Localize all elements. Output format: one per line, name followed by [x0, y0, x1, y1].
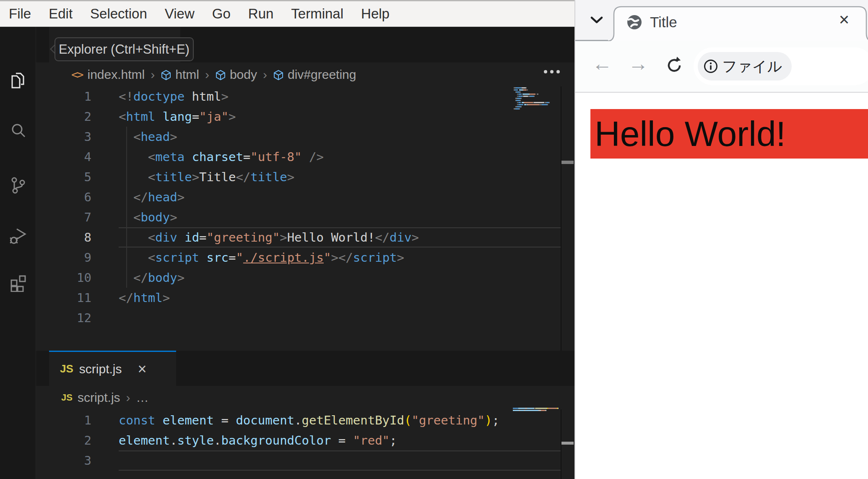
code-line[interactable]: 1<!doctype html> [36, 86, 561, 107]
browser-window: Title × ← → ファイル /home/u [574, 0, 868, 479]
code-line[interactable]: 4 <meta charset="utf-8" /> [36, 147, 561, 167]
code-text: element.style.backgroundColor = "red"; [119, 430, 397, 450]
forward-button[interactable]: → [628, 52, 648, 75]
minimap-line [515, 108, 519, 109]
code-line[interactable]: 8 <div id="greeting">Hello World!</div> [36, 227, 561, 247]
scrollbar-marker[interactable] [561, 442, 574, 445]
line-number: 12 [36, 308, 91, 328]
menu-run[interactable]: Run [239, 6, 283, 22]
close-icon[interactable]: × [834, 10, 854, 29]
minimap-line [513, 410, 519, 411]
breadcrumb-ellipsis[interactable]: … [136, 390, 149, 405]
line-number: 1 [36, 86, 91, 107]
page-banner: Hello World! [590, 109, 868, 159]
minimap-line [521, 98, 522, 99]
indent-guide [126, 127, 127, 288]
line-number: 3 [36, 450, 91, 471]
back-button[interactable]: ← [592, 52, 612, 75]
minimap[interactable] [513, 408, 560, 414]
minimap-line [547, 104, 548, 105]
minimap-line [529, 104, 538, 105]
code-line[interactable]: 11</html> [36, 288, 561, 308]
minimap-line [523, 96, 528, 97]
minimap-line [548, 408, 557, 409]
search-icon[interactable] [8, 121, 28, 141]
code-line[interactable]: 12 [36, 308, 561, 328]
minimap-line [535, 408, 547, 409]
menu-selection[interactable]: Selection [81, 6, 156, 22]
code-area-js[interactable]: 1const element = document.getElementById… [36, 410, 561, 471]
source-control-icon[interactable] [8, 175, 28, 195]
minimap-line [546, 410, 546, 411]
menu-terminal[interactable]: Terminal [282, 6, 352, 22]
code-line[interactable]: 3 [36, 450, 561, 471]
explorer-icon[interactable] [8, 70, 28, 91]
code-line[interactable]: 9 <script src="./script.js"></script> [36, 247, 561, 268]
minimap-line [525, 410, 538, 411]
symbol-cube-icon [273, 70, 284, 81]
code-line[interactable]: 7 <body> [36, 207, 561, 227]
code-line[interactable]: 10 </body> [36, 268, 561, 288]
menu-go[interactable]: Go [203, 6, 239, 22]
url-scheme-chip[interactable]: ファイル [698, 52, 792, 81]
html-symbol-icon: <> [71, 68, 83, 81]
line-number: 2 [36, 430, 91, 450]
browser-viewport: Hello World! [575, 93, 868, 479]
extensions-icon[interactable] [8, 272, 28, 292]
menubar: File Edit Selection View Go Run Terminal… [0, 0, 574, 27]
minimap-line [527, 89, 528, 91]
line-number: 1 [36, 410, 91, 430]
browser-tab-bar: Title × [575, 0, 868, 41]
js-file-icon: JS [61, 392, 73, 403]
menu-file[interactable]: File [0, 6, 40, 22]
code-line[interactable]: 2<html lang="ja"> [36, 107, 561, 127]
scrollbar-divider [561, 86, 561, 351]
code-text: <script src="./script.js"></script> [119, 247, 404, 268]
minimap-line [534, 102, 544, 103]
minimap-line [530, 94, 536, 95]
tab-script-js[interactable]: JS script.js × [49, 351, 176, 386]
minimap[interactable] [514, 87, 561, 112]
menu-help[interactable]: Help [352, 6, 398, 22]
browser-toolbar: ← → ファイル /home/u [575, 41, 868, 92]
breadcrumb-div-greeting[interactable]: div#greeting [288, 68, 356, 82]
breadcrumb-file[interactable]: index.html [88, 68, 145, 82]
menu-view[interactable]: View [156, 6, 203, 22]
reload-icon[interactable] [664, 55, 684, 75]
breadcrumb-file[interactable]: script.js [78, 390, 120, 405]
minimap-line [520, 100, 521, 101]
code-line[interactable]: 1const element = document.getElementById… [36, 410, 561, 430]
info-icon[interactable] [703, 59, 718, 74]
tab-search-chevron-icon[interactable] [590, 16, 603, 24]
code-line[interactable]: 5 <title>Title</title> [36, 167, 561, 187]
minimap-line [516, 91, 520, 93]
minimap-line [518, 96, 523, 97]
minimap-line [516, 100, 520, 101]
chevron-right-icon: › [205, 68, 209, 82]
browser-tab[interactable] [605, 5, 868, 42]
line-number: 10 [36, 268, 91, 288]
minimap-line [542, 104, 547, 105]
tab-label: script.js [79, 362, 122, 376]
address-bar[interactable]: ファイル /home/u [694, 47, 868, 85]
code-line[interactable]: 2element.style.backgroundColor = "red"; [36, 430, 561, 450]
breadcrumb: <> index.html › html › body › div#greeti… [36, 62, 574, 86]
close-icon[interactable]: × [138, 362, 147, 377]
code-line[interactable]: 3 <head> [36, 127, 561, 147]
menu-edit[interactable]: Edit [40, 6, 81, 22]
minimap-line [518, 104, 524, 105]
minimap-line [515, 87, 522, 89]
breadcrumb-html[interactable]: html [175, 68, 199, 82]
minimap-line [524, 102, 533, 103]
minimap-line [549, 102, 550, 103]
run-and-debug-icon[interactable] [8, 226, 28, 247]
code-text: <meta charset="utf-8" /> [119, 147, 324, 167]
scrollbar-marker[interactable] [561, 161, 574, 164]
code-area-html[interactable]: 1<!doctype html>2<html lang="ja">3 <head… [36, 86, 561, 328]
code-line[interactable]: 6 </head> [36, 187, 561, 207]
tab-strip-js-editor: JS script.js × [36, 351, 574, 386]
code-text: <div id="greeting">Hello World!</div> [119, 227, 419, 247]
minimap-line [522, 94, 529, 95]
breadcrumb-body[interactable]: body [230, 68, 257, 82]
vscode-window: File Edit Selection View Go Run Terminal… [0, 0, 574, 479]
